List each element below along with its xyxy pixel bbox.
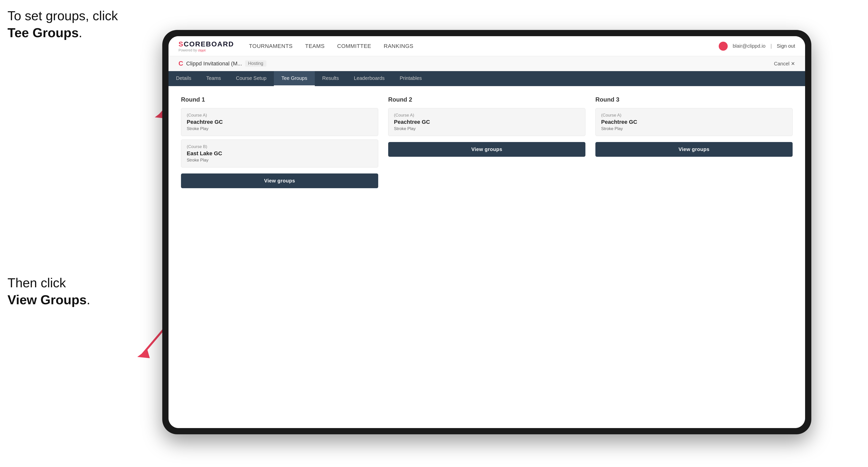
round-3-course-a-card: (Course A) Peachtree GC Stroke Play <box>595 108 793 136</box>
tab-leaderboards[interactable]: Leaderboards <box>346 71 392 86</box>
round-2-course-a-card: (Course A) Peachtree GC Stroke Play <box>388 108 585 136</box>
instruction-bottom-line1: Then click <box>7 276 66 290</box>
tablet-screen: SCOREBOARD Powered by clippit TOURNAMENT… <box>168 36 805 428</box>
nav-links: TOURNAMENTS TEAMS COMMITTEE RANKINGS <box>249 43 413 50</box>
user-avatar <box>719 42 728 51</box>
top-nav: SCOREBOARD Powered by clippit TOURNAMENT… <box>168 36 805 56</box>
nav-teams[interactable]: TEAMS <box>305 43 324 50</box>
tab-tee-groups[interactable]: Tee Groups <box>274 71 314 86</box>
nav-tournaments[interactable]: TOURNAMENTS <box>249 43 292 50</box>
round-3-column: Round 3 (Course A) Peachtree GC Stroke P… <box>595 96 793 188</box>
round-2-course-a-name: Peachtree GC <box>394 119 580 125</box>
round-1-course-a-card: (Course A) Peachtree GC Stroke Play <box>181 108 378 136</box>
nav-right: blair@clippd.io | Sign out <box>719 42 795 51</box>
tab-bar: Details Teams Course Setup Tee Groups Re… <box>168 71 805 86</box>
nav-rankings[interactable]: RANKINGS <box>384 43 413 50</box>
round-1-view-groups-button[interactable]: View groups <box>181 174 378 188</box>
round-3-course-a-label: (Course A) <box>601 113 787 118</box>
clippit-brand: clippit <box>198 49 206 52</box>
tab-printables[interactable]: Printables <box>392 71 429 86</box>
main-content: Round 1 (Course A) Peachtree GC Stroke P… <box>168 86 805 428</box>
round-1-course-b-card: (Course B) East Lake GC Stroke Play <box>181 139 378 167</box>
round-2-view-groups-button[interactable]: View groups <box>388 142 585 157</box>
tab-course-setup[interactable]: Course Setup <box>228 71 274 86</box>
instruction-top-line2: Tee Groups <box>7 26 79 40</box>
logo-sub: Powered by clippit <box>179 48 234 52</box>
instruction-top: To set groups, click Tee Groups. <box>7 7 118 41</box>
round-3-title: Round 3 <box>595 96 793 103</box>
hosting-badge: Hosting <box>245 60 267 67</box>
round-2-course-a-label: (Course A) <box>394 113 580 118</box>
round-2-course-a-type: Stroke Play <box>394 126 580 131</box>
round-1-course-a-label: (Course A) <box>187 113 372 118</box>
nav-left: SCOREBOARD Powered by clippit TOURNAMENT… <box>179 40 413 52</box>
round-1-course-a-type: Stroke Play <box>187 126 372 131</box>
round-2-title: Round 2 <box>388 96 585 103</box>
breadcrumb-area: C Clippd Invitational (M... Hosting <box>179 60 267 67</box>
tab-results[interactable]: Results <box>315 71 346 86</box>
logo-text: SCOREBOARD <box>179 40 234 48</box>
round-1-title: Round 1 <box>181 96 378 103</box>
nav-committee[interactable]: COMMITTEE <box>337 43 371 50</box>
tablet: SCOREBOARD Powered by clippit TOURNAMENT… <box>162 30 811 434</box>
round-1-course-b-name: East Lake GC <box>187 150 372 157</box>
instruction-bottom-line2: View Groups <box>7 292 87 307</box>
instruction-top-period: . <box>79 26 82 40</box>
round-1-course-b-label: (Course B) <box>187 144 372 149</box>
instruction-bottom: Then click View Groups. <box>7 275 90 308</box>
logo-c-letter: S <box>179 40 184 48</box>
round-3-course-a-name: Peachtree GC <box>601 119 787 125</box>
round-1-column: Round 1 (Course A) Peachtree GC Stroke P… <box>181 96 378 188</box>
round-1-course-b-type: Stroke Play <box>187 158 372 163</box>
sub-nav: C Clippd Invitational (M... Hosting Canc… <box>168 56 805 71</box>
round-3-view-groups-button[interactable]: View groups <box>595 142 793 157</box>
breadcrumb-logo-c: C <box>179 60 183 67</box>
sign-out-link[interactable]: Sign out <box>777 43 795 49</box>
round-3-course-a-type: Stroke Play <box>601 126 787 131</box>
round-1-course-a-name: Peachtree GC <box>187 119 372 125</box>
round-2-column: Round 2 (Course A) Peachtree GC Stroke P… <box>388 96 585 188</box>
rounds-container: Round 1 (Course A) Peachtree GC Stroke P… <box>181 96 793 188</box>
user-email: blair@clippd.io <box>733 43 766 49</box>
breadcrumb-title: Clippd Invitational (M... <box>186 60 242 67</box>
tab-teams[interactable]: Teams <box>199 71 228 86</box>
instruction-top-line1: To set groups, click <box>7 8 118 23</box>
svg-marker-3 <box>137 349 150 358</box>
tab-details[interactable]: Details <box>168 71 199 86</box>
cancel-button[interactable]: Cancel ✕ <box>774 61 795 67</box>
logo-area: SCOREBOARD Powered by clippit <box>179 40 234 52</box>
instruction-bottom-period: . <box>87 292 90 307</box>
